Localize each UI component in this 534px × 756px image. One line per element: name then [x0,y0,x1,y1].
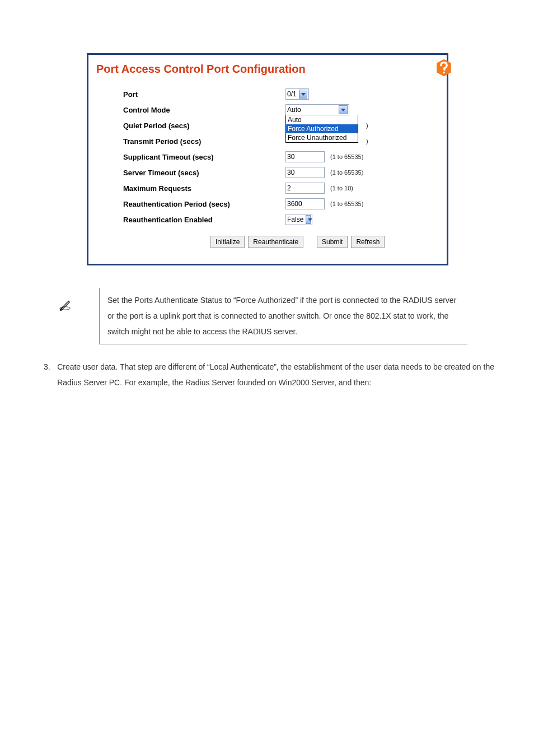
chevron-down-icon [299,90,307,99]
control-mode-dropdown: Auto Force Authorized Force Unauthorized [285,115,358,143]
pencil-note-icon [59,299,71,311]
control-mode-select[interactable]: Auto [285,104,349,115]
maxreq-label: Maximum Requests [123,184,285,193]
reauthenticate-button[interactable]: Reauthenticate [248,236,303,248]
supplicant-label: Supplicant Timeout (secs) [123,153,285,161]
reauth-enabled-value: False [287,214,303,225]
reauth-enabled-select[interactable]: False [285,214,312,225]
supplicant-input[interactable] [285,151,325,162]
chevron-down-icon [339,105,348,114]
transmit-hint-tail: ) [366,138,368,144]
server-timeout-hint: (1 to 65535) [330,169,363,176]
supplicant-hint: (1 to 65535) [330,153,363,160]
list-number: 3. [44,359,57,390]
server-timeout-input[interactable] [285,167,325,178]
maxreq-hint: (1 to 10) [330,185,353,192]
initialize-button[interactable]: Initialize [210,236,245,248]
panel-title: Port Access Control Port Configuration [96,63,439,76]
note-block: Set the Ports Authenticate Status to “Fo… [59,288,467,344]
svg-point-1 [443,72,444,73]
list-text: Create user data. That step are differen… [57,359,512,390]
transmit-label: Transmit Period (secs) [123,137,285,146]
reauth-period-hint: (1 to 65535) [330,200,363,207]
server-timeout-label: Server Timeout (secs) [123,169,285,177]
maxreq-input[interactable] [285,183,325,194]
port-select-value: 0/1 [287,89,297,99]
control-mode-label: Control Mode [123,106,285,114]
chevron-down-icon [306,215,311,224]
config-panel: Port Access Control Port Configuration P… [87,53,448,265]
reauth-period-label: Reauthentication Period (secs) [123,200,285,208]
quiet-hint-tail: ) [366,122,368,129]
control-mode-option-auto[interactable]: Auto [286,115,358,124]
submit-button[interactable]: Submit [317,236,348,248]
reauth-period-input[interactable] [285,198,325,209]
quiet-label: Quiet Period (secs) [123,122,285,130]
control-mode-option-force-unauthorized[interactable]: Force Unauthorized [286,133,358,142]
port-select[interactable]: 0/1 [285,88,309,100]
body-paragraph: 3. Create user data. That step are diffe… [44,359,512,390]
refresh-button[interactable]: Refresh [351,236,385,248]
form: Port 0/1 Control Mode Auto [123,88,439,248]
button-row: Initialize Reauthenticate Submit Refresh [210,236,439,248]
note-text: Set the Ports Authenticate Status to “Fo… [99,288,467,344]
control-mode-value: Auto [287,105,301,115]
help-icon[interactable] [434,58,453,77]
port-label: Port [123,90,285,99]
control-mode-option-force-authorized[interactable]: Force Authorized [286,124,358,133]
reauth-enabled-label: Reauthentication Enabled [123,216,285,224]
